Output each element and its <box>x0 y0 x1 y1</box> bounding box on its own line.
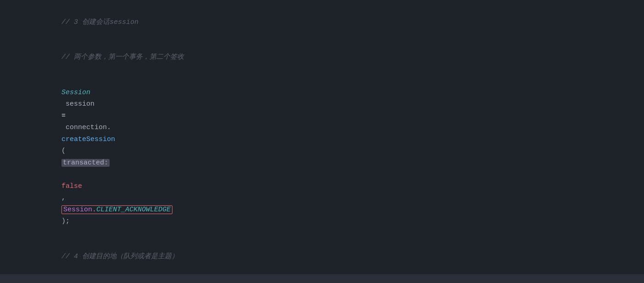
code-editor: // 3 创建会话session // 两个参数，第一个事务，第二个签收 Ses… <box>0 0 644 283</box>
code-line-2: // 两个参数，第一个事务，第二个签收 <box>0 40 644 75</box>
code-line-3: Session session = connection. createSess… <box>0 75 644 239</box>
keyword-false: false <box>61 182 82 190</box>
comment-4: // 4 创建目的地（队列或者是主题） <box>61 253 178 260</box>
code-line-5: Queue queue = session. createQueue ( QUE… <box>0 274 644 283</box>
param-transacted: transacted: <box>61 159 110 167</box>
comment-2: // 两个参数，第一个事务，第二个签收 <box>61 53 184 61</box>
session-client-acknowledge: Session.CLIENT_ACKNOWLEDGE <box>61 205 172 214</box>
var-session: session <box>61 100 99 108</box>
method-createSession: createSession <box>61 136 115 143</box>
code-line-4: // 4 创建目的地（队列或者是主题） <box>0 239 644 274</box>
comment-1: // 3 创建会话session <box>61 18 139 26</box>
code-line-1: // 3 创建会话session <box>0 5 644 40</box>
type-session: Session <box>61 89 90 96</box>
